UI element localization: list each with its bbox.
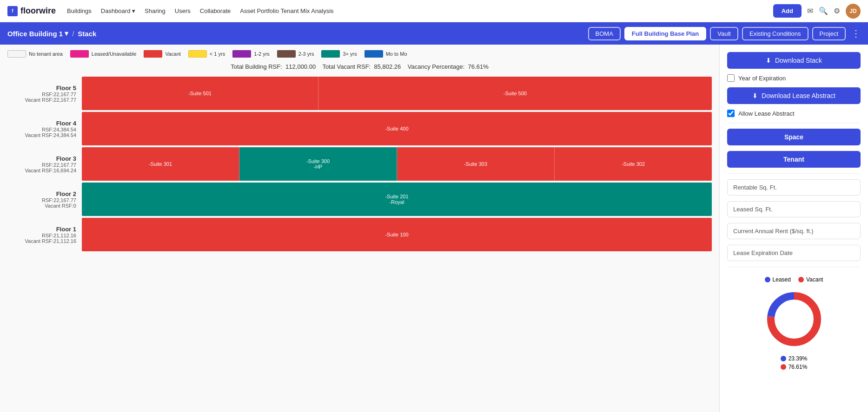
avatar[interactable]: JD	[846, 4, 861, 19]
nav-sharing[interactable]: Sharing	[145, 7, 166, 14]
subheader: Office Building 1 ▾ / Stack BOMA Full Bu…	[0, 22, 868, 45]
nav-buildings[interactable]: Buildings	[67, 7, 92, 14]
top-navigation: f floorwire Buildings Dashboard ▾ Sharin…	[0, 0, 868, 22]
boma-button[interactable]: BOMA	[588, 27, 621, 40]
floor-vacant-rsf-5: Vacant RSF:22,167.77	[7, 97, 76, 103]
nav-dashboard[interactable]: Dashboard ▾	[101, 7, 135, 14]
donut-labels: 23.39% 76.61%	[781, 355, 808, 370]
floor-row-4: Floor 4 RSF:24,384.54 Vacant RSF:24,384.…	[7, 112, 712, 145]
floor-label-1: Floor 1 RSF:21,112.16 Vacant RSF:21,112.…	[7, 218, 82, 251]
floor-name-5: Floor 5	[7, 85, 76, 92]
chart-legend-dot-vacant	[798, 277, 804, 282]
floor-name-3: Floor 3	[7, 155, 76, 162]
download-stack-button[interactable]: ⬇ Download Stack	[727, 52, 861, 69]
legend-label-momo: Mo to Mo	[386, 51, 407, 57]
floor-plan-panel: No tenant area Leased/Unavailable Vacant…	[0, 45, 719, 412]
year-of-expiration-row: Year of Expiration	[727, 74, 861, 82]
divider-1	[727, 123, 861, 123]
floor-suites-4: -Suite 400	[82, 112, 712, 145]
full-building-base-plan-button[interactable]: Full Building Base Plan	[624, 27, 706, 40]
floor-rsf-3: RSF:22,167.77	[7, 162, 76, 168]
legend-color-3plus	[321, 50, 340, 58]
year-of-expiration-label[interactable]: Year of Expiration	[738, 75, 786, 82]
suite-300[interactable]: -Suite 300 -HP	[239, 147, 397, 181]
allow-lease-abstract-row: Allow Lease Abstract	[727, 110, 861, 117]
floor-suites-2: -Suite 201 -Royal	[82, 183, 712, 216]
floor-rsf-5: RSF:22,167.77	[7, 92, 76, 97]
suite-400[interactable]: -Suite 400	[82, 112, 712, 145]
leased-sqft-field[interactable]: Leased Sq. Ft.	[727, 201, 861, 217]
project-button[interactable]: Project	[812, 27, 846, 40]
legend-leased: Leased/Unavailable	[70, 50, 137, 58]
legend-color-no-tenant	[7, 50, 26, 58]
floor-suites-1: -Suite 100	[82, 218, 712, 251]
lease-expiration-date-field[interactable]: Lease Expiration Date	[727, 245, 861, 261]
vault-button[interactable]: Vault	[710, 27, 738, 40]
nav-analysis[interactable]: Asset Portfolio Tenant Mix Analysis	[240, 7, 333, 14]
chart-legend-dot-leased	[765, 277, 770, 282]
floor-vacant-rsf-2: Vacant RSF:0	[7, 203, 76, 209]
suite-303[interactable]: -Suite 303	[397, 147, 555, 181]
legend-label-lt1yr: < 1 yrs	[210, 51, 225, 57]
legend-label-3plus: 3+ yrs	[343, 51, 357, 57]
legend-label-vacant: Vacant	[165, 51, 180, 57]
suite-302[interactable]: -Suite 302	[555, 147, 712, 181]
nav-links: Buildings Dashboard ▾ Sharing Users Coll…	[67, 7, 334, 14]
download-lease-abstract-button[interactable]: ⬇ Download Lease Abstract	[727, 87, 861, 104]
donut-dot-vacant	[781, 364, 786, 370]
legend-no-tenant: No tenant area	[7, 50, 63, 58]
legend-label-1-2yrs: 1-2 yrs	[254, 51, 270, 57]
floor-rsf-1: RSF:21,112.16	[7, 233, 76, 238]
rentable-sqft-field[interactable]: Rentable Sq. Ft.	[727, 179, 861, 196]
suite-201[interactable]: -Suite 201 -Royal	[82, 183, 712, 216]
logo-text: floorwire	[20, 6, 56, 16]
vacancy-pct-label: Vacancy Percentage:	[408, 63, 465, 70]
legend-color-momo	[364, 50, 383, 58]
floor-name-4: Floor 4	[7, 120, 76, 127]
floor-label-2: Floor 2 RSF:22,167.77 Vacant RSF:0	[7, 183, 82, 216]
more-options-icon[interactable]: ⋮	[851, 28, 861, 39]
suite-100[interactable]: -Suite 100	[82, 218, 712, 251]
floor-row-1: Floor 1 RSF:21,112.16 Vacant RSF:21,112.…	[7, 218, 712, 251]
allow-lease-abstract-checkbox[interactable]	[727, 110, 735, 117]
add-button[interactable]: Add	[773, 4, 802, 18]
chart-legend: Leased Vacant	[727, 276, 861, 283]
floor-label-3: Floor 3 RSF:22,167.77 Vacant RSF:16,694.…	[7, 147, 82, 181]
suite-501[interactable]: -Suite 501	[82, 77, 318, 110]
floor-label-5: Floor 5 RSF:22,167.77 Vacant RSF:22,167.…	[7, 77, 82, 110]
chart-legend-vacant: Vacant	[798, 276, 823, 283]
download-lease-abstract-label: Download Lease Abstract	[762, 92, 835, 99]
mail-icon[interactable]: ✉	[807, 7, 813, 15]
current-annual-rent-field[interactable]: Current Annual Rent ($/sq. ft.)	[727, 223, 861, 239]
divider-2	[727, 173, 861, 174]
floor-label-4: Floor 4 RSF:24,384.54 Vacant RSF:24,384.…	[7, 112, 82, 145]
year-of-expiration-checkbox[interactable]	[727, 74, 735, 82]
divider-3	[727, 267, 861, 267]
chart-section: Leased Vacant 23.39%	[727, 276, 861, 370]
existing-conditions-button[interactable]: Existing Conditions	[742, 27, 808, 40]
legend-label-2-3yrs: 2-3 yrs	[298, 51, 314, 57]
settings-icon[interactable]: ⚙	[834, 7, 840, 15]
legend: No tenant area Leased/Unavailable Vacant…	[7, 50, 712, 58]
nav-collaborate[interactable]: Collaborate	[200, 7, 231, 14]
donut-leased-pct: 23.39%	[788, 355, 808, 362]
building-name: Office Building 1	[7, 30, 63, 38]
legend-3plus: 3+ yrs	[321, 50, 357, 58]
legend-color-leased	[70, 50, 89, 58]
floor-name-2: Floor 2	[7, 190, 76, 197]
suite-301[interactable]: -Suite 301	[82, 147, 239, 181]
chevron-down-icon: ▾	[65, 29, 68, 38]
building-breadcrumb[interactable]: Office Building 1 ▾	[7, 29, 68, 38]
main-content: No tenant area Leased/Unavailable Vacant…	[0, 45, 868, 412]
suite-500[interactable]: -Suite 500	[318, 77, 712, 110]
space-button[interactable]: Space	[727, 129, 861, 145]
search-icon[interactable]: 🔍	[819, 7, 828, 15]
total-rsf-value: 112,000.00	[285, 63, 316, 70]
nav-users[interactable]: Users	[175, 7, 191, 14]
tenant-button[interactable]: Tenant	[727, 151, 861, 168]
allow-lease-abstract-label[interactable]: Allow Lease Abstract	[738, 110, 795, 117]
right-panel: ⬇ Download Stack Year of Expiration ⬇ Do…	[719, 45, 868, 412]
floor-row-5: Floor 5 RSF:22,167.77 Vacant RSF:22,167.…	[7, 77, 712, 110]
floor-row-2: Floor 2 RSF:22,167.77 Vacant RSF:0 -Suit…	[7, 183, 712, 216]
logo[interactable]: f floorwire	[7, 6, 56, 16]
